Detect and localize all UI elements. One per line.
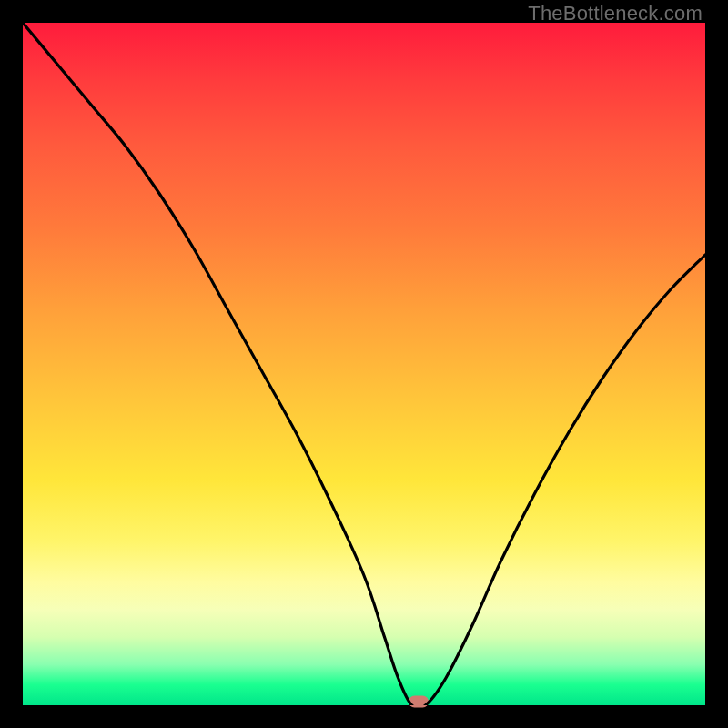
chart-stage: TheBottleneck.com (0, 0, 728, 728)
watermark-text: TheBottleneck.com (528, 2, 703, 25)
bottleneck-curve-path (23, 23, 705, 705)
plot-area (23, 23, 705, 705)
curve-svg (23, 23, 705, 705)
